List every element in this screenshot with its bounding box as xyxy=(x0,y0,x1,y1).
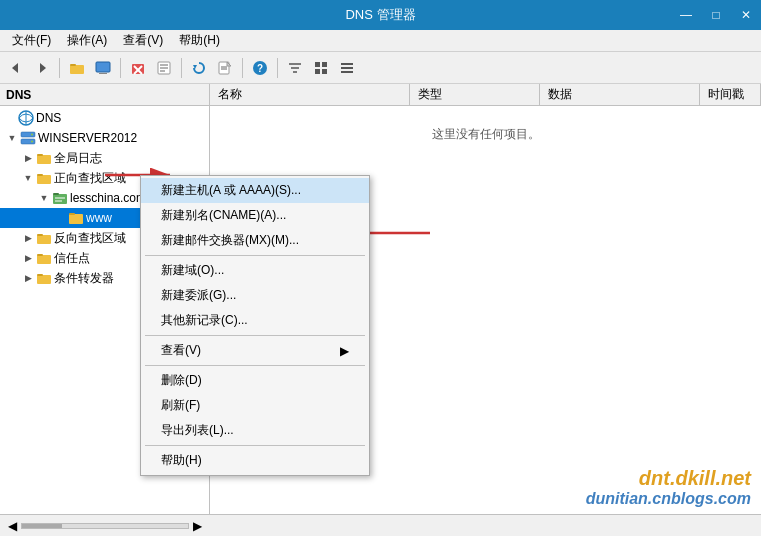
forward-button[interactable] xyxy=(30,56,54,80)
svg-rect-50 xyxy=(37,275,51,284)
col-header-time[interactable]: 时间戳 xyxy=(700,84,761,105)
ctx-delete[interactable]: 删除(D) xyxy=(141,368,369,393)
col-time-label: 时间戳 xyxy=(708,86,744,103)
svg-rect-46 xyxy=(37,235,51,244)
svg-rect-49 xyxy=(37,254,43,256)
expand-quanjurizhi[interactable]: ▶ xyxy=(20,150,36,166)
tree-item-winserver[interactable]: ▼ WINSERVER2012 xyxy=(0,128,209,148)
menu-action[interactable]: 操作(A) xyxy=(59,30,115,51)
folder-xinrenren-icon xyxy=(36,250,52,266)
ctx-new-alias[interactable]: 新建别名(CNAME)(A)... xyxy=(141,203,369,228)
expand-zhengxiang[interactable]: ▼ xyxy=(20,170,36,186)
toolbar-sep-1 xyxy=(59,58,60,78)
svg-point-35 xyxy=(31,141,33,143)
export-button[interactable] xyxy=(213,56,237,80)
ctx-help[interactable]: 帮助(H) xyxy=(141,448,369,473)
context-menu: 新建主机(A 或 AAAA)(S)... 新建别名(CNAME)(A)... 新… xyxy=(140,175,370,476)
ctx-new-domain[interactable]: 新建域(O)... xyxy=(141,258,369,283)
minimize-button[interactable]: — xyxy=(671,0,701,30)
col-type-label: 类型 xyxy=(418,86,442,103)
folder-tiaojianzhuanfaqi-icon xyxy=(36,270,52,286)
expand-www[interactable] xyxy=(52,210,68,226)
scroll-right-button[interactable]: ▶ xyxy=(189,519,206,533)
col-header-data[interactable]: 数据 xyxy=(540,84,700,105)
close-button[interactable]: ✕ xyxy=(731,0,761,30)
tree-label-quanjurizhi: 全局日志 xyxy=(54,150,102,167)
svg-rect-24 xyxy=(322,62,327,67)
scrollbar-track[interactable] xyxy=(21,523,189,529)
expand-dns[interactable] xyxy=(2,110,18,126)
maximize-button[interactable]: □ xyxy=(701,0,731,30)
menu-file[interactable]: 文件(F) xyxy=(4,30,59,51)
status-bar: ◀ ▶ xyxy=(0,514,761,536)
expand-fanxiang[interactable]: ▶ xyxy=(20,230,36,246)
tree-label-dns: DNS xyxy=(36,111,61,125)
toolbar-sep-5 xyxy=(277,58,278,78)
main-area: DNS DNS ▼ WINSERVER2012 xyxy=(0,84,761,514)
expand-tiaojianzhuanfaqi[interactable]: ▶ xyxy=(20,270,36,286)
view-detail-button[interactable] xyxy=(335,56,359,80)
filter-button[interactable] xyxy=(283,56,307,80)
ctx-sep-3 xyxy=(145,365,365,366)
tree-scroll-area: ◀ ▶ xyxy=(0,519,210,533)
expand-xinrenren[interactable]: ▶ xyxy=(20,250,36,266)
properties-button[interactable] xyxy=(152,56,176,80)
svg-rect-37 xyxy=(37,154,43,156)
ctx-new-delegate[interactable]: 新建委派(G)... xyxy=(141,283,369,308)
zone-lesschina-icon xyxy=(52,190,68,206)
svg-marker-0 xyxy=(12,63,18,73)
ctx-new-mx[interactable]: 新建邮件交换器(MX)(M)... xyxy=(141,228,369,253)
back-button[interactable] xyxy=(4,56,28,80)
svg-rect-39 xyxy=(37,174,43,176)
col-header-name[interactable]: 名称 xyxy=(210,84,410,105)
svg-rect-4 xyxy=(96,62,110,72)
right-content-empty: 这里没有任何项目。 xyxy=(210,106,761,163)
ctx-sep-4 xyxy=(145,445,365,446)
folder-button[interactable] xyxy=(65,56,89,80)
folder-fanxiang-icon xyxy=(36,230,52,246)
view-list-button[interactable] xyxy=(309,56,333,80)
title-bar-buttons: — □ ✕ xyxy=(671,0,761,30)
tree-label-tiaojianzhuanfaqi: 条件转发器 xyxy=(54,270,114,287)
tree-label-xinrenren: 信任点 xyxy=(54,250,90,267)
folder-quanjurizhi-icon xyxy=(36,150,52,166)
col-header-type[interactable]: 类型 xyxy=(410,84,540,105)
svg-rect-2 xyxy=(70,65,84,74)
column-headers: 名称 类型 数据 时间戳 xyxy=(210,84,761,106)
delete-button[interactable] xyxy=(126,56,150,80)
svg-rect-36 xyxy=(37,155,51,164)
tree-header-label: DNS xyxy=(6,88,31,102)
svg-rect-51 xyxy=(37,274,43,276)
tree-label-www: www xyxy=(86,211,112,225)
help-button[interactable]: ? xyxy=(248,56,272,80)
ctx-export-list[interactable]: 导出列表(L)... xyxy=(141,418,369,443)
ctx-refresh[interactable]: 刷新(F) xyxy=(141,393,369,418)
ctx-view[interactable]: 查看(V) ▶ xyxy=(141,338,369,363)
tree-label-fanxiang: 反向查找区域 xyxy=(54,230,126,247)
svg-point-34 xyxy=(31,134,33,136)
svg-text:?: ? xyxy=(257,63,263,74)
svg-rect-23 xyxy=(315,62,320,67)
refresh-button[interactable] xyxy=(187,56,211,80)
tree-label-lesschina: lesschina.com xyxy=(70,191,146,205)
console-button[interactable] xyxy=(91,56,115,80)
svg-rect-48 xyxy=(37,255,51,264)
toolbar-sep-3 xyxy=(181,58,182,78)
menu-help[interactable]: 帮助(H) xyxy=(171,30,228,51)
tree-item-quanjurizhi[interactable]: ▶ 全局日志 xyxy=(0,148,209,168)
menu-view[interactable]: 查看(V) xyxy=(115,30,171,51)
ctx-new-host[interactable]: 新建主机(A 或 AAAA)(S)... xyxy=(141,178,369,203)
app-window: DNS 管理器 — □ ✕ 文件(F) 操作(A) 查看(V) 帮助(H) xyxy=(0,0,761,536)
tree-label-zhengxiang: 正向查找区域 xyxy=(54,170,126,187)
server-icon xyxy=(20,130,36,146)
svg-rect-44 xyxy=(69,214,83,224)
tree-header: DNS xyxy=(0,84,209,106)
ctx-other-records[interactable]: 其他新记录(C)... xyxy=(141,308,369,333)
title-bar: DNS 管理器 — □ ✕ xyxy=(0,0,761,30)
expand-winserver[interactable]: ▼ xyxy=(4,130,20,146)
tree-item-dns[interactable]: DNS xyxy=(0,108,209,128)
expand-lesschina[interactable]: ▼ xyxy=(36,190,52,206)
col-data-label: 数据 xyxy=(548,86,572,103)
scrollbar-thumb[interactable] xyxy=(22,524,62,528)
scroll-left-button[interactable]: ◀ xyxy=(4,519,21,533)
